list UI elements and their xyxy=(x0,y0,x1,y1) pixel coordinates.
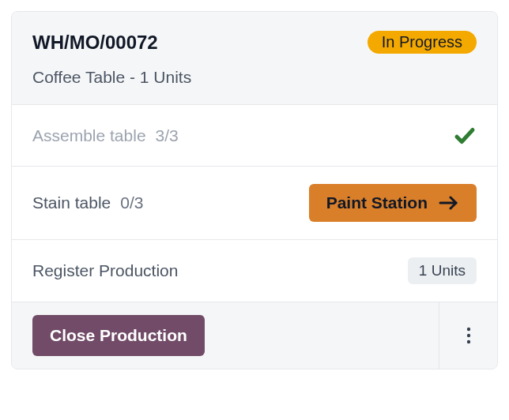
task-count: 0/3 xyxy=(120,193,143,212)
row-left: Stain table 0/3 xyxy=(32,193,143,212)
row-left: Register Production xyxy=(32,261,178,280)
kebab-menu-icon xyxy=(466,327,471,344)
station-button-label: Paint Station xyxy=(326,193,428,212)
work-order-row-assemble[interactable]: Assemble table 3/3 xyxy=(12,105,497,167)
manufacturing-order-card: WH/MO/00072 In Progress Coffee Table - 1… xyxy=(11,11,498,369)
task-name: Register Production xyxy=(32,261,178,280)
order-id: WH/MO/00072 xyxy=(32,32,158,54)
product-line: Coffee Table - 1 Units xyxy=(32,68,477,87)
arrow-right-icon xyxy=(439,195,459,211)
more-menu-button[interactable] xyxy=(439,302,497,369)
work-order-row-stain[interactable]: Stain table 0/3 Paint Station xyxy=(12,167,497,240)
task-name: Assemble table xyxy=(32,126,146,145)
task-count: 3/3 xyxy=(156,126,179,145)
close-production-button[interactable]: Close Production xyxy=(32,315,205,356)
svg-point-2 xyxy=(466,334,469,337)
footer-main: Close Production xyxy=(12,302,439,369)
card-header: WH/MO/00072 In Progress Coffee Table - 1… xyxy=(12,12,497,105)
status-badge: In Progress xyxy=(368,31,477,54)
svg-point-3 xyxy=(466,340,469,343)
paint-station-button[interactable]: Paint Station xyxy=(309,184,477,222)
register-production-row[interactable]: Register Production 1 Units xyxy=(12,240,497,302)
row-left: Assemble table 3/3 xyxy=(32,126,179,145)
header-top-row: WH/MO/00072 In Progress xyxy=(32,31,477,54)
units-badge: 1 Units xyxy=(408,257,477,284)
check-icon xyxy=(453,124,477,148)
task-name: Stain table xyxy=(32,193,111,212)
svg-point-1 xyxy=(466,328,469,331)
card-footer: Close Production xyxy=(12,302,497,369)
